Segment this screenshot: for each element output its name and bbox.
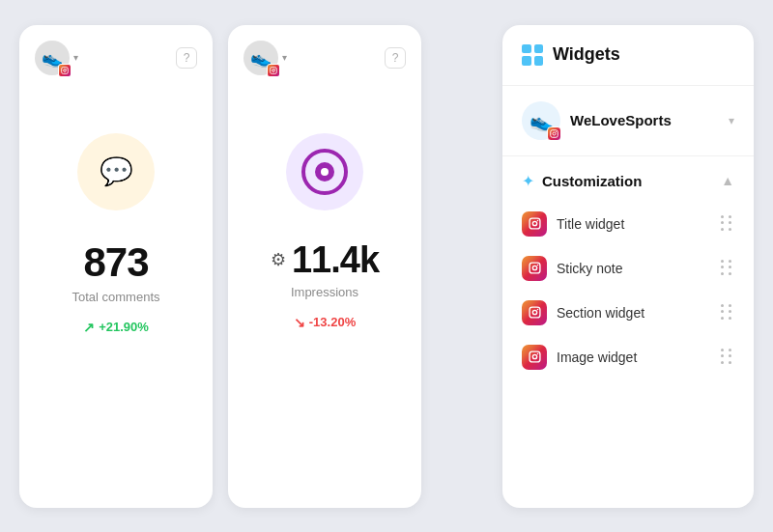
svg-point-11 [536, 220, 538, 222]
arrow-up-icon: ↗ [83, 320, 95, 335]
instagram-badge-impressions [267, 64, 280, 77]
main-container: 👟 ▾ ? 💬 873 Total comments ↗ +21.90% [10, 15, 763, 518]
account-name: WeLoveSports [570, 112, 719, 128]
avatar-impressions: 👟 [243, 41, 278, 75]
drag-handle-title [721, 215, 734, 233]
svg-point-10 [532, 221, 536, 225]
dropdown-chevron-comments: ▾ [73, 52, 78, 63]
collapse-icon[interactable]: ▲ [721, 173, 734, 188]
help-button-comments[interactable]: ? [176, 47, 197, 69]
impression-icon-circle [286, 133, 363, 210]
widget-icon-sticky [522, 256, 547, 281]
comments-stat-change: ↗ +21.90% [83, 320, 149, 335]
drag-handle-section [721, 304, 734, 322]
svg-rect-18 [530, 351, 540, 362]
svg-rect-15 [530, 307, 540, 318]
svg-point-5 [274, 68, 275, 69]
widget-label-sticky: Sticky note [557, 261, 711, 276]
impressions-value-row: ⚙ 11.4k [271, 239, 379, 281]
widget-list: Title widget Sticky note [522, 202, 734, 379]
impressions-icon-small: ⚙ [271, 249, 286, 270]
svg-rect-12 [530, 263, 540, 273]
impressions-stat-value: 11.4k [292, 239, 379, 281]
help-button-impressions[interactable]: ? [385, 47, 406, 69]
svg-point-7 [553, 132, 556, 135]
impressions-change-value: -13.20% [309, 315, 356, 329]
widgets-sidebar: Widgets 👟 WeLoveSports ▾ ✦ Customization [502, 25, 754, 508]
customization-title: Customization [542, 173, 642, 189]
svg-point-16 [532, 310, 536, 314]
widget-icon-title [522, 211, 547, 237]
impressions-stat-label: Impressions [291, 285, 358, 299]
avatar-comments: 👟 [35, 41, 70, 75]
svg-rect-0 [62, 67, 69, 73]
comment-icon-circle: 💬 [77, 133, 155, 210]
account-avatar-sidebar: 👟 [522, 101, 560, 140]
widget-label-image: Image widget [557, 350, 711, 365]
instagram-badge-comments [58, 64, 72, 77]
comment-icon: 💬 [100, 155, 133, 187]
widget-icon-image [522, 345, 547, 370]
svg-rect-3 [271, 67, 277, 73]
account-section: 👟 WeLoveSports ▾ [502, 86, 754, 156]
impressions-stat-change: ↘ -13.20% [294, 315, 356, 330]
svg-point-1 [64, 69, 67, 71]
customization-header: ✦ Customization ▲ [522, 172, 734, 190]
comments-stat-label: Total comments [72, 290, 159, 304]
svg-rect-9 [530, 218, 540, 229]
svg-point-14 [536, 265, 538, 266]
account-selector-comments[interactable]: 👟 ▾ [35, 41, 78, 75]
arrow-down-icon: ↘ [294, 315, 305, 330]
widget-item-image[interactable]: Image widget [522, 335, 734, 379]
card-header-comments: 👟 ▾ ? [35, 41, 197, 75]
sidebar-header: Widgets [502, 44, 754, 86]
cards-area: 👟 ▾ ? 💬 873 Total comments ↗ +21.90% [19, 25, 487, 508]
sidebar-title: Widgets [553, 44, 620, 65]
customization-title-row: ✦ Customization [522, 172, 642, 190]
comments-stat-value: 873 [83, 239, 148, 286]
account-selector-impressions[interactable]: 👟 ▾ [243, 41, 287, 75]
svg-point-13 [532, 266, 536, 269]
customization-section: ✦ Customization ▲ Title widget [502, 156, 754, 387]
widget-item-section[interactable]: Section widget [522, 291, 734, 335]
comments-change-value: +21.90% [99, 320, 149, 334]
svg-point-19 [532, 354, 536, 358]
dropdown-chevron-impressions: ▾ [282, 52, 287, 63]
svg-rect-6 [551, 129, 558, 137]
svg-point-17 [536, 309, 538, 311]
widget-label-title: Title widget [557, 216, 711, 232]
widget-item-sticky[interactable]: Sticky note [522, 246, 734, 291]
svg-point-8 [556, 130, 557, 131]
impression-icon [301, 149, 348, 195]
comments-card: 👟 ▾ ? 💬 873 Total comments ↗ +21.90% [19, 25, 213, 508]
widget-icon-section [522, 300, 547, 325]
account-instagram-badge [547, 126, 561, 141]
widget-label-section: Section widget [557, 305, 711, 321]
svg-point-2 [66, 68, 67, 69]
drag-handle-sticky [721, 260, 734, 277]
account-selector-sidebar[interactable]: 👟 WeLoveSports ▾ [522, 101, 734, 140]
card-header-impressions: 👟 ▾ ? [243, 41, 406, 75]
account-dropdown-chevron: ▾ [729, 114, 734, 127]
svg-point-4 [272, 69, 275, 71]
svg-point-20 [536, 353, 538, 355]
magic-wand-icon: ✦ [522, 172, 534, 190]
impressions-card: 👟 ▾ ? ⚙ 11.4k Impressions ↘ - [228, 25, 421, 508]
drag-handle-image [721, 349, 734, 366]
widget-item-title[interactable]: Title widget [522, 202, 734, 246]
widgets-grid-icon [522, 44, 543, 66]
